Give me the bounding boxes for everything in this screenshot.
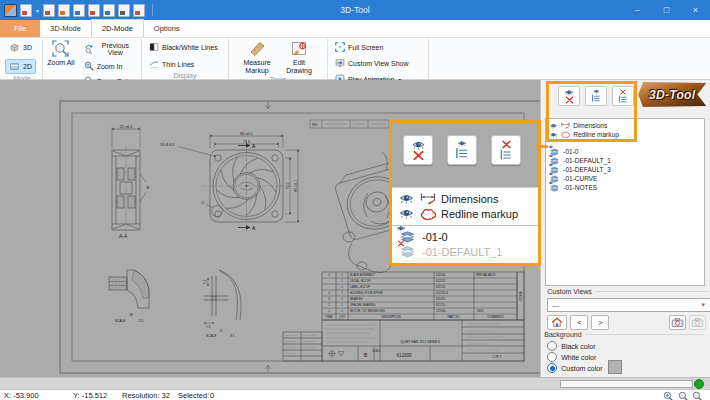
tab-options[interactable]: Options [144, 20, 190, 37]
background-black-option[interactable]: Black color [547, 341, 595, 351]
redline-cloud-icon [561, 131, 570, 138]
close-button[interactable]: × [681, 0, 710, 20]
layer-stack-icon [549, 184, 560, 192]
qat-copy-icon[interactable] [73, 4, 85, 17]
svg-text:DESCRIPTION: DESCRIPTION [381, 315, 400, 319]
maximize-button[interactable]: □ [652, 0, 681, 20]
add-custom-view-button[interactable] [669, 315, 686, 330]
layer-label: -01-NOTES [563, 184, 597, 191]
svg-text:1: 1 [341, 303, 343, 307]
group-label-display: Display [145, 71, 225, 80]
dimensions-label-large: Dimensions [441, 193, 498, 205]
svg-text:127000: 127000 [436, 309, 446, 313]
delete-custom-view-button[interactable] [689, 315, 706, 330]
zoom-out-icon[interactable] [692, 391, 703, 400]
qat-open-icon[interactable] [20, 4, 32, 17]
section-arrow-top: A [252, 144, 256, 149]
dim-inner-top: 71.5 [243, 140, 250, 144]
bw-lines-button[interactable]: Black/White Lines [145, 40, 222, 54]
thin-lines-button[interactable]: Thin Lines [145, 57, 222, 71]
white-color-label: White color [561, 354, 596, 361]
toggle-markup-visibility-button[interactable] [558, 86, 580, 106]
hide-all-layers-button-large[interactable] [491, 135, 521, 165]
full-screen-button[interactable]: Full Screen [331, 40, 413, 54]
sidebar-layer-item[interactable]: -01-CURVE [546, 174, 704, 183]
svg-text:612511: 612511 [436, 279, 446, 283]
edit-drawing-icon [291, 40, 308, 57]
show-all-layers-button-large[interactable] [447, 135, 477, 165]
app-window: ▾ 3D-Tool – □ × File 3D-Mode 2D-Mode Opt… [0, 0, 710, 400]
app-icon[interactable] [4, 4, 17, 17]
tab-2d-mode[interactable]: 2D-Mode [91, 19, 144, 37]
detail-b-ratio: 2:1 [139, 319, 144, 323]
status-indicator-dot [694, 379, 704, 389]
qat-dropdown-caret[interactable]: ▾ [36, 7, 39, 14]
custom-view-show-button[interactable]: Custom View Show [331, 56, 413, 70]
qat-save-icon[interactable] [43, 4, 55, 17]
qat-views-icon[interactable] [103, 4, 115, 17]
svg-text:QTY: QTY [339, 315, 345, 319]
dimensions-layer-item-large[interactable]: Dimensions [392, 191, 538, 206]
qat-print-icon[interactable] [58, 4, 70, 17]
black-white-lines-icon [149, 42, 159, 52]
layer-item-01-0-large[interactable]: -01-0 [392, 229, 538, 244]
qat-screenshot-icon[interactable] [88, 4, 100, 17]
minimize-button[interactable]: – [623, 0, 652, 20]
tab-file[interactable]: File [0, 20, 40, 37]
previous-view-button[interactable]: Previous View [80, 40, 138, 58]
show-all-layers-button[interactable] [585, 86, 607, 106]
qat-help-icon[interactable] [133, 4, 145, 17]
ribbon: File 3D-Mode 2D-Mode Options 3D 2D [0, 20, 710, 80]
sidebar-layer-item[interactable]: -01-DEFAULT_3 [546, 165, 704, 174]
status-x-coordinate: X: -53.900 [4, 391, 73, 400]
previous-custom-view-button[interactable]: < [570, 315, 588, 330]
ribbon-body: 3D 2D Mode Zoom All [0, 38, 710, 79]
title-block-scale: SCALE [372, 349, 381, 353]
measure-markup-button[interactable]: Measure Markup [238, 39, 276, 75]
svg-text:1: 1 [341, 309, 343, 313]
redline-markup-layer-item[interactable]: Redline markup [546, 130, 704, 139]
background-custom-option[interactable]: Custom color [547, 363, 602, 373]
edit-drawing-button[interactable]: Edit Drawing [280, 39, 318, 75]
default-view-button[interactable] [547, 315, 567, 330]
dim-inner-right: 71.5 [286, 183, 290, 190]
svg-text:1: 1 [341, 273, 343, 277]
black-color-label: Black color [561, 343, 595, 350]
radio-custom[interactable] [547, 363, 557, 373]
custom-view-show-label: Custom View Show [348, 60, 409, 67]
hide-all-layers-button[interactable] [612, 86, 634, 106]
radio-black[interactable] [547, 341, 557, 351]
zoom-in-button[interactable]: Zoom In [80, 59, 138, 73]
eye-icon [548, 172, 554, 176]
mode-3d-button[interactable]: 3D [5, 40, 36, 55]
layer-list-icon [499, 149, 513, 161]
red-x-icon [412, 150, 425, 161]
next-custom-view-button[interactable]: > [591, 315, 609, 330]
custom-color-swatch[interactable] [608, 360, 622, 374]
sidebar-layer-item[interactable]: -01-DEFAULT_1 [546, 156, 704, 165]
svg-text:COMMENTS: COMMENTS [487, 315, 503, 319]
mode-2d-button[interactable]: 2D [5, 59, 36, 74]
zoom-all-button[interactable]: Zoom All [46, 39, 76, 68]
svg-text:1: 1 [341, 285, 343, 289]
mode-3d-label: 3D [23, 44, 32, 51]
dimension-icon [420, 193, 436, 205]
tab-3d-mode[interactable]: 3D-Mode [40, 20, 91, 37]
layer-item-01-default-1-large[interactable]: -01-DEFAULT_1 [392, 244, 538, 259]
dimensions-layer-item[interactable]: Dimensions [546, 121, 704, 130]
svg-text:-: - [329, 285, 330, 289]
redline-markup-layer-item-large[interactable]: Redline markup [392, 206, 538, 221]
sidebar-layer-item[interactable]: -01-NOTES [546, 183, 704, 192]
dim-side-right: 80 ±0.1 [294, 180, 298, 192]
layer-list-icon [618, 95, 628, 104]
zoom-fit-icon[interactable] [663, 391, 674, 400]
detail-c-scale: SCALE [206, 334, 216, 338]
radio-white[interactable] [547, 352, 557, 362]
quick-access-toolbar: ▾ [0, 4, 157, 17]
qat-settings-icon[interactable] [118, 4, 130, 17]
background-white-option[interactable]: White color [547, 352, 596, 362]
toggle-markup-visibility-button-large[interactable] [403, 135, 433, 165]
sidebar-layer-item[interactable]: -01-0 [546, 147, 704, 156]
zoom-in-icon[interactable] [678, 391, 689, 400]
custom-views-select[interactable]: --- ▼ [547, 298, 710, 312]
